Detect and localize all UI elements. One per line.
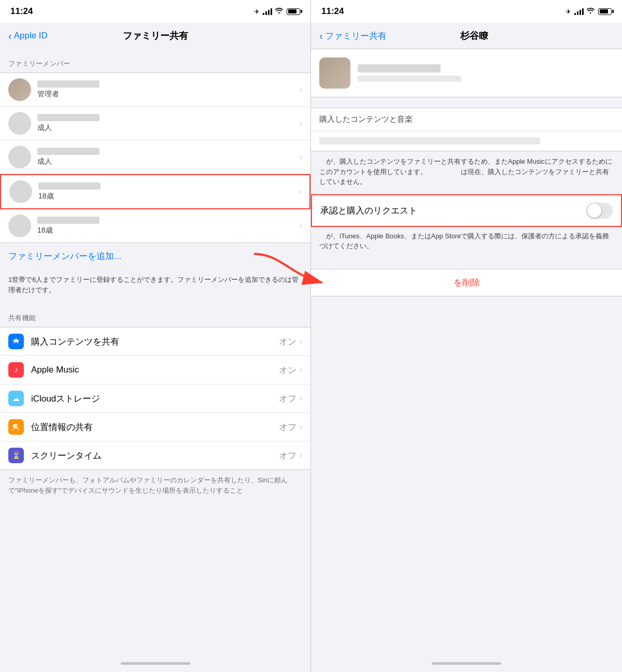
feature-purchase-label: 購入コンテンツを共有 bbox=[31, 336, 279, 348]
svg-point-1 bbox=[15, 424, 18, 427]
add-member-button[interactable]: ファミリーメンバーを追加... bbox=[0, 243, 310, 269]
approval-description: が、iTunes、Apple Books、またはApp Storeで購入する際に… bbox=[311, 227, 622, 259]
back-label-right: ファミリー共有 bbox=[325, 30, 387, 42]
chevron-left-icon-left: ‹ bbox=[8, 30, 12, 42]
profile-avatar bbox=[319, 58, 350, 89]
chevron-icon-4: › bbox=[299, 187, 301, 196]
avatar-3 bbox=[8, 146, 31, 168]
purchases-label: 購入したコンテンツと音楽 bbox=[311, 108, 622, 131]
delete-button[interactable]: を削除 bbox=[311, 269, 622, 296]
approval-toggle[interactable] bbox=[586, 203, 613, 219]
avatar-2 bbox=[8, 112, 31, 135]
left-screen: 11:24 ✈ ‹ Apple ID ファミリー共有 フ bbox=[0, 0, 311, 672]
toggle-knob bbox=[587, 204, 601, 218]
app-store-icon bbox=[8, 334, 24, 349]
avatar-4 bbox=[9, 180, 32, 203]
chevron-icon-5: › bbox=[300, 221, 302, 231]
status-time-right: 11:24 bbox=[321, 6, 344, 17]
purchases-section: 購入したコンテンツと音楽 bbox=[311, 108, 622, 151]
chevron-icon-2: › bbox=[300, 119, 302, 128]
nav-bar-right: ‹ ファミリー共有 杉谷瞭 bbox=[311, 23, 622, 49]
scroll-content-right[interactable]: 購入したコンテンツと音楽 が、購入したコンテンツをファミリーと共有するため、また… bbox=[311, 49, 622, 654]
member-role-4: 18歳 bbox=[38, 192, 294, 201]
member-name-bar-4 bbox=[38, 182, 101, 190]
nav-bar-left: ‹ Apple ID ファミリー共有 bbox=[0, 23, 310, 49]
nav-title-right: 杉谷瞭 bbox=[387, 30, 562, 42]
feature-screentime[interactable]: ⌛ スクリーンタイム オフ › bbox=[0, 441, 310, 470]
approval-row: 承認と購入のリクエスト bbox=[312, 195, 621, 226]
wifi-icon-left bbox=[275, 7, 284, 16]
screentime-icon: ⌛ bbox=[8, 448, 24, 463]
back-button-left[interactable]: ‹ Apple ID bbox=[8, 30, 60, 42]
feature-screentime-status: オフ bbox=[279, 450, 296, 462]
profile-section bbox=[311, 49, 622, 97]
home-indicator-left bbox=[0, 654, 310, 672]
signal-icon-right bbox=[574, 8, 584, 15]
family-info-text: 1世帯で6人までファミリーに登録することができます。ファミリーメンバーを追加でき… bbox=[0, 269, 310, 303]
chevron-icon-1: › bbox=[300, 85, 302, 94]
battery-icon-left bbox=[287, 8, 300, 15]
feature-location-label: 位置情報の共有 bbox=[31, 421, 279, 433]
back-button-right[interactable]: ‹ ファミリー共有 bbox=[319, 30, 387, 42]
feature-music[interactable]: ♪ Apple Music オン › bbox=[0, 356, 310, 384]
status-bar-left: 11:24 ✈ bbox=[0, 0, 310, 23]
bottom-info-text: ファミリーメンバーも、フォトアルバムやファミリーのカレンダーを共有したり、Sir… bbox=[0, 470, 310, 506]
members-section-header: ファミリーメンバー bbox=[0, 49, 310, 73]
approval-section: 承認と購入のリクエスト bbox=[311, 194, 622, 227]
member-content-1: 管理者 bbox=[37, 80, 295, 99]
member-role-1: 管理者 bbox=[37, 90, 295, 99]
feature-location-status: オフ bbox=[279, 421, 296, 433]
home-bar-left bbox=[121, 662, 190, 665]
home-bar-right bbox=[432, 662, 501, 665]
chevron-left-icon-right: ‹ bbox=[319, 30, 323, 42]
feature-purchase-chevron: › bbox=[300, 337, 302, 346]
feature-purchase[interactable]: 購入コンテンツを共有 オン › bbox=[0, 327, 310, 356]
member-item-4[interactable]: 18歳 › bbox=[0, 174, 310, 209]
nav-title-left: ファミリー共有 bbox=[60, 30, 250, 42]
member-name-bar-1 bbox=[37, 80, 100, 88]
member-content-3: 成人 bbox=[37, 148, 295, 166]
feature-location[interactable]: 位置情報の共有 オフ › bbox=[0, 413, 310, 441]
feature-icloud-chevron: › bbox=[300, 394, 302, 403]
profile-name-bar bbox=[358, 64, 441, 73]
avatar-5 bbox=[8, 215, 31, 237]
description-text-1: が、購入したコンテンツをファミリーと共有するため、またApple Musicにア… bbox=[311, 151, 622, 194]
feature-icloud-label: iCloudストレージ bbox=[31, 393, 279, 405]
airplane-icon-left: ✈ bbox=[254, 8, 260, 16]
member-item-2[interactable]: 成人 › bbox=[0, 107, 310, 140]
apple-music-icon: ♪ bbox=[8, 362, 24, 378]
member-name-bar-2 bbox=[37, 114, 100, 121]
status-time-left: 11:24 bbox=[10, 6, 33, 17]
scroll-content-left[interactable]: ファミリーメンバー 管理者 › 成人 › bbox=[0, 49, 310, 654]
purchases-bar bbox=[319, 137, 540, 145]
feature-music-chevron: › bbox=[300, 365, 302, 375]
feature-icloud[interactable]: ☁ iCloudストレージ オフ › bbox=[0, 384, 310, 413]
member-name-bar-3 bbox=[37, 148, 100, 155]
purchases-bar-row bbox=[311, 131, 622, 151]
feature-screentime-chevron: › bbox=[300, 451, 302, 460]
back-label-left: Apple ID bbox=[14, 31, 48, 41]
member-role-2: 成人 bbox=[37, 123, 295, 133]
svg-rect-2 bbox=[14, 427, 18, 428]
member-role-5: 18歳 bbox=[37, 226, 295, 235]
profile-email-bar bbox=[358, 76, 461, 82]
member-role-3: 成人 bbox=[37, 157, 295, 166]
delete-section: を削除 bbox=[311, 269, 622, 296]
features-list: 購入コンテンツを共有 オン › ♪ Apple Music オン › ☁ iCl… bbox=[0, 327, 310, 470]
member-item-3[interactable]: 成人 › bbox=[0, 140, 310, 174]
airplane-icon-right: ✈ bbox=[566, 8, 571, 16]
icloud-icon: ☁ bbox=[8, 391, 24, 406]
status-icons-right: ✈ bbox=[566, 7, 612, 16]
right-screen: 11:24 ✈ ‹ ファミリー共有 杉谷瞭 bbox=[311, 0, 622, 672]
battery-icon-right bbox=[598, 8, 612, 15]
home-indicator-right bbox=[311, 654, 622, 672]
member-item-5[interactable]: 18歳 › bbox=[0, 209, 310, 242]
member-content-2: 成人 bbox=[37, 114, 295, 133]
location-icon bbox=[8, 419, 24, 435]
member-item-1[interactable]: 管理者 › bbox=[0, 73, 310, 107]
feature-music-label: Apple Music bbox=[31, 365, 279, 375]
approval-wrapper: 承認と購入のリクエスト bbox=[311, 194, 622, 227]
wifi-icon-right bbox=[587, 7, 595, 16]
feature-music-status: オン bbox=[279, 364, 296, 376]
approval-label: 承認と購入のリクエスト bbox=[320, 205, 586, 217]
